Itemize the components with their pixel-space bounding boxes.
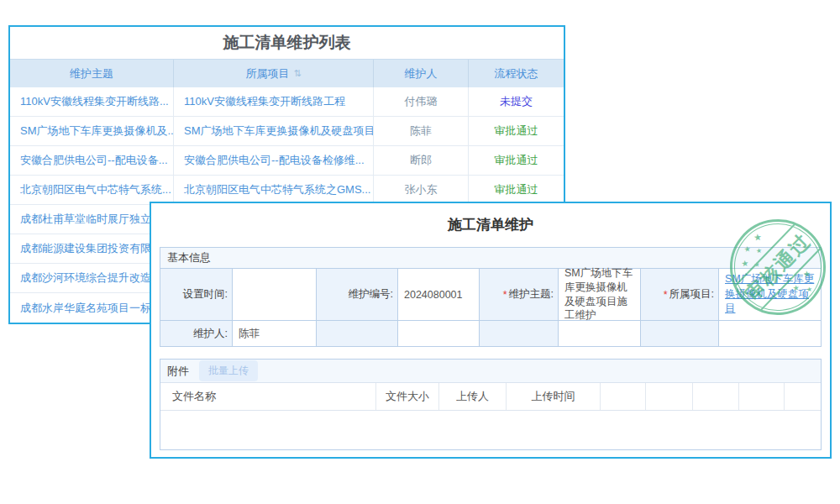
row-project-link[interactable]: 北京朝阳区电气中芯特气系统之GMS...: [174, 176, 374, 204]
row-maintainer: 付伟璐: [374, 87, 469, 116]
status-badge: 审批通过: [469, 117, 564, 145]
list-panel-title: 施工清单维护列表: [10, 27, 564, 59]
maintenance-number-label: 维护编号:: [317, 269, 398, 321]
status-badge: 未提交: [469, 87, 564, 116]
row-maintainer: 陈菲: [374, 117, 469, 145]
row-project-link[interactable]: 安徽合肥供电公司--配电设备检修维...: [174, 146, 374, 175]
row-topic-link[interactable]: SM广场地下车库更换摄像机及...: [10, 117, 174, 145]
attachment-table-header: 文件名称 文件大小 上传人 上传时间: [160, 383, 821, 411]
table-row: 北京朝阳区电气中芯特气系统... 北京朝阳区电气中芯特气系统之GMS... 张小…: [10, 176, 564, 205]
maintainer-value: 陈菲: [233, 321, 317, 346]
empty-value-cell: [559, 321, 641, 346]
column-header-uploader: 上传人: [439, 383, 507, 410]
column-header-file-name: 文件名称: [160, 383, 376, 410]
batch-upload-button[interactable]: 批量上传: [199, 360, 258, 381]
empty-label-cell: [480, 321, 559, 346]
maintainer-label: 维护人:: [160, 321, 233, 346]
attachment-header-empty-cell: [739, 383, 785, 410]
basic-info-section-header: 基本信息: [160, 247, 822, 269]
attachment-header-empty-cell: [693, 383, 739, 410]
status-badge: 审批通过: [469, 146, 564, 175]
detail-panel-title: 施工清单维护: [160, 203, 822, 247]
project-link[interactable]: SM广场地下车库更换摄像机及硬盘项目: [725, 272, 815, 317]
row-topic-link[interactable]: 110kV安徽线程集变开断线路...: [10, 87, 174, 116]
table-row: 110kV安徽线程集变开断线路... 110kV安徽线程集变开断线路工程 付伟璐…: [10, 87, 564, 117]
column-header-upload-time: 上传时间: [507, 383, 601, 410]
empty-label-cell: [317, 321, 398, 346]
required-asterisk: *: [664, 289, 668, 301]
status-badge: 审批通过: [469, 176, 564, 204]
row-project-link[interactable]: SM广场地下车库更换摄像机及硬盘项目: [174, 117, 374, 145]
set-time-label: 设置时间:: [160, 269, 233, 321]
attachment-section-header: 附件 批量上传: [160, 360, 821, 383]
sort-icon[interactable]: ⇅: [293, 68, 301, 79]
row-project-link[interactable]: 110kV安徽线程集变开断线路工程: [174, 87, 374, 116]
topic-value: SM广场地下车库更换摄像机及硬盘项目施工维护: [559, 269, 641, 321]
column-header-project[interactable]: 所属项目 ⇅: [174, 60, 374, 87]
basic-info-form: 设置时间: 维护编号: 2024080001 * 维护主题: SM广场地下车库更…: [160, 269, 822, 347]
attachment-header-empty-cell: [601, 383, 646, 410]
empty-label-cell: [641, 321, 719, 346]
attachment-header-empty-cell: [785, 383, 821, 410]
list-table-header: 维护主题 所属项目 ⇅ 维护人 流程状态: [10, 59, 564, 87]
row-maintainer: 张小东: [374, 176, 469, 204]
attachment-section: 附件 批量上传 文件名称 文件大小 上传人 上传时间: [160, 359, 822, 450]
table-row: SM广场地下车库更换摄像机及... SM广场地下车库更换摄像机及硬盘项目 陈菲 …: [10, 117, 564, 146]
row-maintainer: 断郎: [374, 146, 469, 175]
maintenance-number-value: 2024080001: [398, 269, 480, 321]
table-row: 安徽合肥供电公司--配电设备... 安徽合肥供电公司--配电设备检修维... 断…: [10, 146, 564, 176]
project-value-cell: SM广场地下车库更换摄像机及硬盘项目: [719, 269, 821, 321]
column-header-topic: 维护主题: [10, 60, 174, 87]
empty-value-cell: [398, 321, 480, 346]
attachment-label: 附件: [167, 364, 189, 379]
column-header-maintainer: 维护人: [374, 60, 469, 87]
row-topic-link[interactable]: 北京朝阳区电气中芯特气系统...: [10, 176, 174, 204]
empty-value-cell: [719, 321, 821, 346]
maintenance-detail-panel: 施工清单维护 基本信息 设置时间: 维护编号: 2024080001 * 维护主…: [150, 202, 832, 459]
required-asterisk: *: [503, 289, 507, 301]
set-time-field[interactable]: [233, 269, 317, 321]
column-header-file-size: 文件大小: [376, 383, 439, 410]
project-label: * 所属项目:: [641, 269, 719, 321]
attachment-table-empty-body: [160, 411, 821, 449]
row-topic-link[interactable]: 安徽合肥供电公司--配电设备...: [10, 146, 174, 175]
topic-label: * 维护主题:: [480, 269, 559, 321]
column-header-status: 流程状态: [469, 60, 564, 87]
attachment-header-empty-cell: [646, 383, 693, 410]
